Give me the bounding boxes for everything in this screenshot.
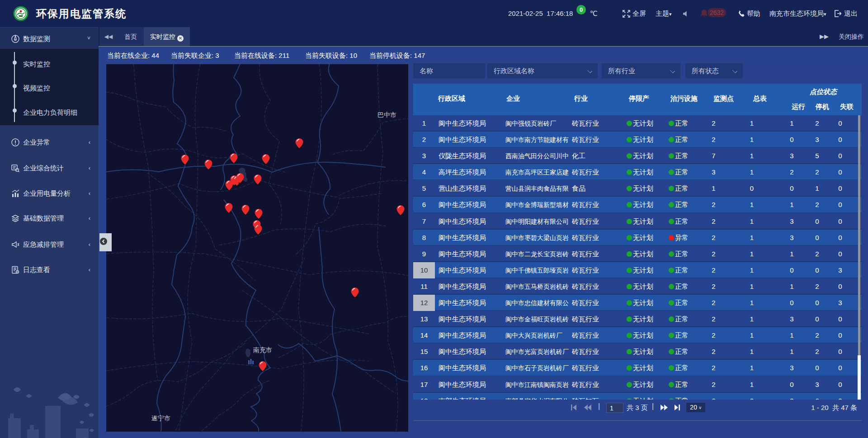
svg-text:南充市: 南充市 <box>253 346 272 353</box>
svg-text:遂宁市: 遂宁市 <box>151 414 170 422</box>
svg-text:巴中市: 巴中市 <box>377 111 396 118</box>
